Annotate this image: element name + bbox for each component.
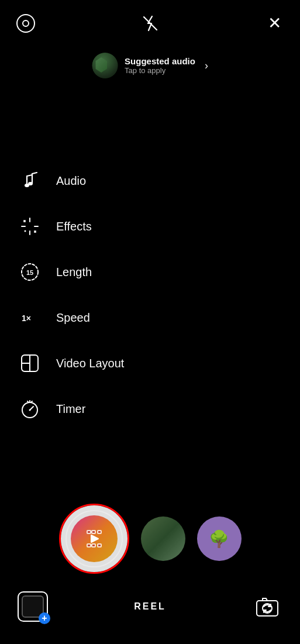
stopwatch-icon <box>18 397 42 421</box>
effects-icon <box>18 214 42 239</box>
menu-list: Audio Effects <box>0 158 300 432</box>
speed-icon: 1× <box>18 305 42 330</box>
svg-text:15: 15 <box>26 269 33 276</box>
length-icon: 15 <box>18 260 42 284</box>
audio-text: Suggested audio Tap to apply <box>125 56 195 75</box>
capture-button[interactable] <box>59 504 129 574</box>
bottom-section: 🌳 + REEL <box>0 492 300 644</box>
audio-chevron-icon: › <box>205 60 208 72</box>
mode-label: REEL <box>134 601 166 612</box>
svg-line-25 <box>31 401 32 402</box>
close-icon: ✕ <box>268 15 281 32</box>
flash-off-button[interactable] <box>139 12 162 35</box>
flash-off-icon <box>142 15 158 32</box>
svg-text:1×: 1× <box>22 314 31 323</box>
gallery-plus-badge: + <box>39 612 50 624</box>
media-thumbnail-nature[interactable] <box>141 516 185 561</box>
flip-camera-icon <box>254 594 280 619</box>
menu-item-timer[interactable]: Timer <box>0 386 300 432</box>
menu-item-video-layout[interactable]: Video Layout <box>0 340 300 386</box>
layout-icon <box>18 351 42 376</box>
svg-rect-35 <box>257 601 278 616</box>
svg-line-6 <box>27 175 32 176</box>
settings-button[interactable] <box>14 12 37 35</box>
camera-options: 🌳 <box>59 504 242 574</box>
menu-item-speed[interactable]: 1× Speed <box>0 295 300 340</box>
close-button[interactable]: ✕ <box>263 12 286 35</box>
flip-camera-button[interactable] <box>252 591 282 622</box>
effects-label: Effects <box>56 220 92 233</box>
audio-subtitle: Tap to apply <box>125 66 195 75</box>
menu-item-effects[interactable]: Effects <box>0 204 300 249</box>
length-label: Length <box>56 266 92 279</box>
audio-title: Suggested audio <box>125 56 195 66</box>
audio-label: Audio <box>56 174 86 188</box>
menu-item-length[interactable]: 15 Length <box>0 249 300 295</box>
svg-point-15 <box>25 230 26 232</box>
video-layout-label: Video Layout <box>56 357 124 370</box>
music-icon <box>18 168 42 193</box>
top-bar: ✕ <box>0 0 300 47</box>
audio-thumbnail <box>92 53 118 78</box>
media-thumbnail-tree[interactable]: 🌳 <box>197 516 242 561</box>
svg-line-24 <box>27 401 29 402</box>
bottom-controls: + REEL <box>0 591 300 622</box>
menu-item-audio[interactable]: Audio <box>0 158 300 204</box>
tree-icon: 🌳 <box>209 529 229 549</box>
timer-label: Timer <box>56 402 85 416</box>
gallery-button[interactable]: + <box>18 591 48 622</box>
svg-line-2 <box>32 173 37 174</box>
speed-label: Speed <box>56 311 90 325</box>
suggested-audio-bar[interactable]: Suggested audio Tap to apply › <box>92 53 208 78</box>
svg-point-27 <box>29 409 31 411</box>
